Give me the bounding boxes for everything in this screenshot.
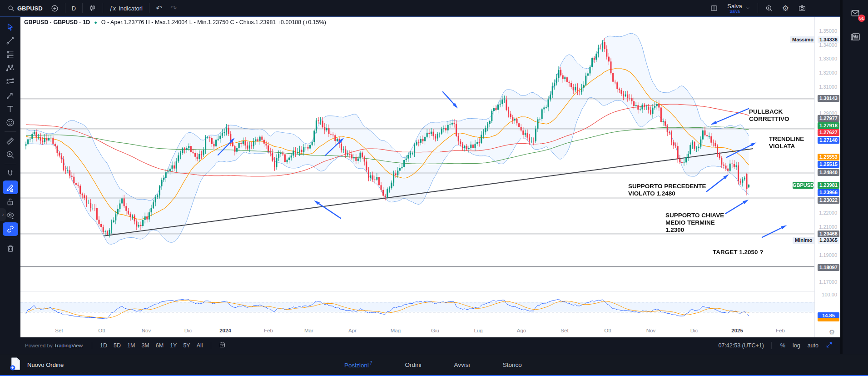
tab-ordini[interactable]: Ordini (402, 361, 424, 369)
chart-legend[interactable]: GBPUSD · GBPUSD · 1D ● O - Aper.1.23776 … (24, 19, 326, 25)
tab-posizioni[interactable]: Posizioni7 (342, 360, 375, 369)
time-axis-label: Giu (431, 328, 439, 333)
percent-scale-button[interactable]: % (779, 341, 787, 350)
price-axis-label: 1.17000 (818, 279, 838, 286)
time-axis[interactable]: SetOttNovDic2024FebMarAprMagGiuLugAgoSet… (20, 324, 814, 337)
redo-button[interactable]: ↷ (167, 3, 180, 14)
chart-annotation-text[interactable]: PULLBACK CORRETTIVO (749, 108, 789, 123)
time-axis-label: Mar (304, 328, 313, 333)
sync-drawings-button[interactable] (3, 222, 18, 236)
price-axis-label (818, 318, 839, 321)
price-axis[interactable]: 1.350001.343361.340001.330001.320001.310… (814, 17, 840, 337)
time-axis-label: 2025 (731, 328, 743, 333)
text-tool-button[interactable] (3, 102, 18, 115)
zoom-in-tool-button[interactable] (3, 148, 18, 161)
divider (211, 342, 211, 349)
price-axis-label: 100.00 (820, 291, 838, 298)
magnet-mode-button[interactable] (3, 167, 18, 180)
new-order-icon (9, 357, 22, 372)
chart-annotation-text[interactable]: TARGET 1.2050 ? (713, 249, 764, 256)
tab-storico[interactable]: Storico (500, 361, 525, 369)
time-axis-label: Ott (604, 328, 611, 333)
tab-avvisi[interactable]: Avvisi (451, 361, 473, 369)
remove-drawings-button[interactable] (3, 242, 18, 255)
range-button-6m[interactable]: 6M (153, 341, 167, 351)
price-axis-label: 1.21000 (818, 224, 838, 231)
maximize-pane-button[interactable] (824, 341, 834, 351)
layout-button[interactable] (707, 2, 721, 14)
price-axis-label: 1.27977 (818, 115, 839, 122)
fib-retracement-tool-button[interactable] (3, 48, 18, 60)
price-axis-label: 1.35000 (818, 28, 838, 35)
inbox-button[interactable]: 51 (847, 6, 863, 21)
chart-area: GBPUSD · GBPUSD · 1D ● O - Aper.1.23776 … (20, 17, 840, 337)
divider (65, 3, 65, 13)
top-toolbar: GBPUSD D ƒ (0, 0, 840, 17)
save-layout-button[interactable]: Salva Salva (724, 1, 754, 15)
price-chart-canvas[interactable] (20, 17, 814, 324)
time-axis-label: Dic (184, 328, 192, 333)
drawing-mode-lock-button[interactable] (3, 180, 18, 194)
settings-button[interactable]: ⚙ (779, 3, 792, 14)
tradingview-link[interactable]: TradingView (54, 343, 83, 348)
indicators-button[interactable]: ƒx Indicatori (106, 3, 146, 14)
pattern-tool-button[interactable] (3, 61, 18, 74)
chart-annotation-text[interactable]: SUPPORTO CHIAVE MEDIO TERMINE 1.2300 (665, 212, 724, 234)
time-axis-label: Feb (776, 328, 785, 333)
chart-annotation-text[interactable]: TRENDLINE VIOLATA (769, 135, 804, 150)
price-axis-label: 1.20466 (818, 231, 839, 237)
go-to-date-button[interactable] (216, 340, 229, 351)
divider (771, 342, 772, 349)
cursor-tool-button[interactable] (3, 20, 18, 33)
divider (103, 3, 103, 13)
range-button-1d[interactable]: 1D (97, 341, 110, 351)
range-button-5d[interactable]: 5D (110, 341, 124, 351)
log-scale-button[interactable]: log (791, 341, 802, 350)
gear-icon: ⚙ (782, 5, 789, 12)
clock-label[interactable]: 07:42:53 (UTC+1) (718, 342, 764, 349)
interval-button[interactable]: D (69, 3, 79, 14)
auto-scale-button[interactable]: auto (806, 341, 820, 350)
legend-ohlc-values: O - Aper.1.23776 H - Max.1.24004 L - Min… (101, 19, 326, 25)
time-axis-label: Mag (391, 328, 401, 333)
symbol-search-button[interactable]: GBPUSD (5, 3, 46, 14)
undo-button[interactable]: ↶ (153, 3, 165, 14)
divider (149, 3, 149, 13)
screenshot-button[interactable] (795, 2, 809, 14)
lock-drawings-button[interactable] (3, 195, 18, 208)
new-order-label: Nuovo Ordine (27, 361, 64, 368)
indicators-label: Indicatori (119, 5, 143, 12)
positions-count-badge: 7 (370, 361, 372, 366)
projection-tool-button[interactable] (3, 75, 18, 88)
range-button-5y[interactable]: 5Y (180, 341, 193, 351)
arrow-marker-tool-button[interactable] (3, 89, 18, 101)
new-order-button[interactable]: Nuovo Ordine (9, 357, 64, 372)
price-axis-label: 1.34000 (818, 42, 838, 49)
range-button-1y[interactable]: 1Y (167, 341, 180, 351)
range-button-1m[interactable]: 1M (124, 341, 138, 351)
range-button-all[interactable]: All (193, 341, 206, 351)
news-button[interactable] (847, 30, 863, 45)
pane-settings-gear-icon[interactable]: ⚙ (829, 328, 835, 336)
news-icon (850, 31, 861, 44)
emoji-tool-button[interactable] (3, 116, 18, 129)
symbol-label: GBPUSD (17, 5, 43, 12)
chevron-down-icon (745, 5, 750, 11)
price-axis-label: 1.30143 (818, 95, 839, 102)
topbar-left-group: GBPUSD D ƒ (5, 3, 180, 14)
divider (92, 342, 92, 349)
toolbar-flyout-handle[interactable]: › (0, 208, 6, 221)
trend-line-tool-button[interactable] (3, 34, 18, 47)
quick-search-button[interactable] (762, 3, 776, 14)
chart-style-button[interactable] (86, 3, 99, 14)
divider (758, 3, 758, 13)
chart-annotation-text[interactable]: SUPPORTO PRECEDENTE VIOLATO 1.2480 (628, 183, 706, 197)
compare-add-button[interactable] (48, 3, 62, 14)
time-axis-label: Ott (98, 328, 105, 333)
range-switcher: Powered by TradingView 1D5D1M3M6M1Y5YAll (25, 340, 229, 351)
price-axis-label: 1.19000 (818, 252, 838, 259)
measure-tool-button[interactable] (3, 135, 18, 147)
range-button-3m[interactable]: 3M (138, 341, 152, 351)
time-axis-label: Set (560, 328, 568, 333)
search-icon (8, 5, 15, 12)
